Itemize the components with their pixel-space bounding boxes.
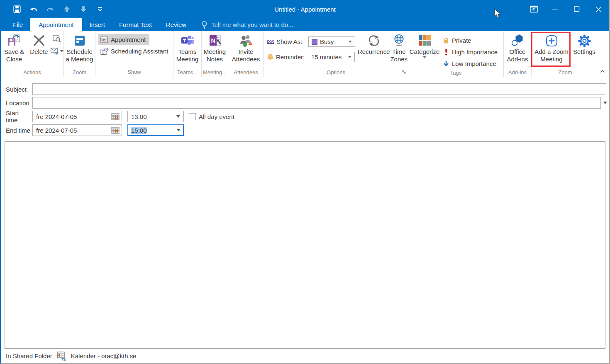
tab-appointment[interactable]: Appointment [30, 18, 82, 31]
group-meeting-notes: N Meeting Notes Meeting... [202, 31, 228, 77]
move-up-button[interactable] [61, 4, 72, 15]
appointment-icon [100, 36, 108, 44]
subject-input[interactable] [32, 83, 606, 95]
customize-qat-icon [98, 7, 103, 12]
dropdown-caret-icon[interactable] [177, 129, 181, 131]
dropdown-caret-icon [349, 41, 352, 43]
undo-button[interactable] [28, 4, 39, 15]
location-input[interactable] [32, 97, 601, 109]
ribbon-right-strip [599, 31, 609, 77]
tab-file[interactable]: File [6, 18, 30, 31]
show-appointment-button[interactable]: Appointment [98, 34, 149, 45]
group-attendees: Invite Attendees Attendees [228, 31, 264, 77]
start-date-input[interactable]: fre 2024-07-05 [32, 111, 122, 122]
office-addins-icon [511, 33, 524, 48]
tab-insert[interactable]: Insert [82, 18, 112, 31]
meeting-notes-label: Meeting Notes [202, 48, 228, 63]
start-time-value: 13:00 [131, 113, 147, 120]
appointment-body-editor[interactable] [5, 141, 605, 349]
minimize-icon [552, 8, 558, 10]
office-addins-button[interactable]: Office Add-ins [504, 31, 531, 69]
date-picker-icon[interactable] [111, 126, 120, 134]
save-button[interactable] [12, 4, 22, 15]
end-date-value: fre 2024-07-05 [36, 127, 77, 134]
lightbulb-icon [201, 21, 208, 29]
scheduling-assistant-icon [100, 48, 108, 55]
options-dialog-launcher[interactable] [401, 68, 406, 75]
titlebar: Untitled - Appointment [1, 0, 609, 18]
group-label-actions: Actions [1, 69, 63, 77]
save-close-button[interactable]: Save & Close [1, 31, 27, 69]
close-button[interactable] [588, 0, 609, 18]
time-zones-label: Time Zones [390, 48, 408, 63]
tell-me-box[interactable]: Tell me what you want to do... [197, 18, 298, 31]
group-label-meeting-notes: Meeting... [202, 69, 228, 77]
teams-icon [181, 33, 194, 48]
move-down-button[interactable] [78, 4, 89, 15]
maximize-button[interactable] [566, 0, 588, 18]
appointment-form: Subject Location Start time fre 2024-07-… [1, 77, 609, 136]
save-close-icon [7, 33, 21, 48]
save-close-label: Save & Close [1, 48, 27, 63]
end-date-input[interactable]: fre 2024-07-05 [32, 124, 122, 136]
location-dropdown-button[interactable] [601, 102, 609, 104]
tab-review[interactable]: Review [159, 18, 193, 31]
delete-button[interactable]: Delete [27, 31, 51, 69]
reminder-select[interactable]: 15 minutes [308, 52, 355, 62]
show-as-icon [267, 39, 274, 45]
minimize-button[interactable] [544, 0, 566, 18]
quick-access-toolbar [1, 4, 105, 15]
private-button[interactable]: Private [441, 34, 501, 46]
show-as-select[interactable]: Busy [308, 36, 355, 47]
close-icon [595, 6, 602, 12]
end-time-input[interactable]: 15:00 [127, 124, 184, 136]
invite-attendees-button[interactable]: Invite Attendees [229, 31, 264, 69]
start-time-input[interactable]: 13:00 [127, 111, 184, 122]
high-importance-button[interactable]: High Importance [441, 46, 501, 58]
time-zones-button[interactable]: Time Zones [390, 31, 408, 69]
invite-attendees-label: Invite Attendees [229, 48, 264, 63]
low-importance-label: Low Importance [452, 60, 496, 67]
group-label-zoom2: Zoom [532, 69, 599, 77]
maximize-icon [574, 6, 580, 12]
subject-label: Subject [1, 86, 32, 93]
dropdown-caret-icon[interactable] [176, 115, 180, 118]
private-lock-icon [443, 37, 449, 44]
group-addins: Office Add-ins Add-ins [504, 31, 532, 77]
group-options: Show As: Busy Reminder: [264, 31, 408, 77]
group-label-attendees: Attendees [228, 69, 264, 77]
group-zoom-schedule: Schedule a Meeting Zoom [64, 31, 95, 77]
categorize-button[interactable]: Categorize [408, 31, 441, 69]
group-label-zoom1: Zoom [64, 69, 95, 77]
teams-meeting-button[interactable]: Teams Meeting [174, 31, 201, 69]
show-appointment-label: Appointment [111, 36, 146, 43]
schedule-meeting-button[interactable]: Schedule a Meeting [64, 31, 95, 69]
meeting-notes-button[interactable]: N Meeting Notes [202, 31, 228, 69]
tab-format-text[interactable]: Format Text [112, 18, 159, 31]
group-label-addins: Add-ins [504, 69, 531, 77]
dropdown-caret-icon [348, 56, 351, 58]
scheduling-assistant-label: Scheduling Assistant [111, 48, 168, 55]
collapse-ribbon-button[interactable] [600, 68, 605, 75]
status-bar: In Shared Folder Kalender - orac@kth.se [1, 349, 609, 363]
ribbon-display-options-icon [530, 5, 538, 13]
recurrence-button[interactable]: Recurrence [358, 31, 390, 69]
customize-qat-button[interactable] [95, 4, 105, 15]
ribbon: Save & Close Delete [1, 31, 609, 77]
collapse-ribbon-icon [600, 69, 605, 73]
zoom-settings-button[interactable]: Settings [571, 31, 597, 69]
time-zones-globe-icon [393, 33, 405, 48]
group-teams: Teams Meeting Teams... [173, 31, 202, 77]
scheduling-assistant-button[interactable]: Scheduling Assistant [98, 46, 172, 57]
view-in-calendar-button[interactable] [53, 35, 61, 44]
schedule-meeting-icon [73, 33, 86, 48]
delete-icon [33, 33, 45, 48]
low-importance-button[interactable]: Low Importance [441, 58, 501, 69]
redo-button[interactable] [45, 4, 56, 15]
forward-button[interactable] [51, 48, 63, 55]
add-zoom-meeting-button[interactable]: Add a Zoom Meeting [532, 31, 571, 69]
end-time-label: End time [1, 127, 32, 134]
all-day-checkbox[interactable] [189, 113, 196, 120]
date-picker-icon[interactable] [111, 113, 120, 121]
ribbon-display-options-button[interactable] [523, 0, 544, 18]
